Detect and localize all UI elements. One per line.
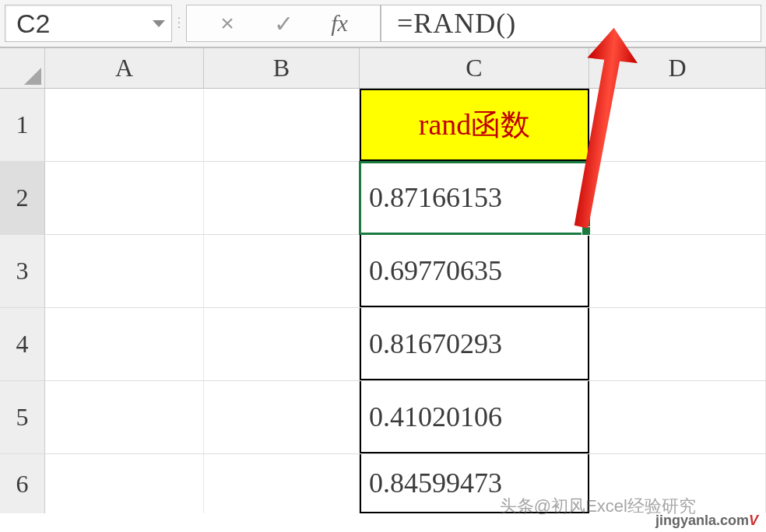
col-header-B[interactable]: B [204,48,360,88]
cell-B3[interactable] [204,235,360,307]
table-row: 2 0.87166153 [0,162,766,235]
cell-C4[interactable]: 0.81670293 [360,308,589,380]
row-header-4[interactable]: 4 [0,308,45,380]
chevron-down-icon[interactable] [153,20,165,27]
spreadsheet-grid: A B C D 1 rand函数 2 0.87166153 3 0.697706… [0,48,766,513]
row-header-1[interactable]: 1 [0,89,45,161]
cell-D1[interactable] [589,89,766,161]
confirm-button[interactable]: ✓ [258,6,308,40]
select-all-corner[interactable] [0,48,45,88]
x-icon: × [220,10,234,37]
cell-B6[interactable] [204,454,360,513]
cell-D3[interactable] [589,235,766,307]
col-header-D[interactable]: D [589,48,766,88]
name-box-value: C2 [16,9,50,39]
formula-text: =RAND() [397,7,516,40]
row-header-2[interactable]: 2 [0,162,45,234]
cell-B5[interactable] [204,381,360,453]
cell-A5[interactable] [45,381,204,453]
formula-bar: C2 ··· × ✓ fx =RAND() [0,0,766,48]
cell-A2[interactable] [45,162,204,234]
table-row: 5 0.41020106 [0,381,766,454]
cell-D2[interactable] [589,162,766,234]
watermark-site: jingyanla.comV [655,513,758,529]
table-row: 3 0.69770635 [0,235,766,308]
cell-A6[interactable] [45,454,204,513]
cell-A3[interactable] [45,235,204,307]
fx-icon: fx [331,10,348,37]
name-box[interactable]: C2 [5,5,172,42]
fx-button-group: × ✓ fx [186,5,381,42]
row-header-3[interactable]: 3 [0,235,45,307]
table-row: 1 rand函数 [0,89,766,162]
cell-C2[interactable]: 0.87166153 [360,162,589,234]
check-icon: ✓ [274,10,293,37]
col-header-C[interactable]: C [360,48,589,88]
cell-B2[interactable] [204,162,360,234]
cell-B4[interactable] [204,308,360,380]
formula-input[interactable]: =RAND() [381,5,761,42]
column-header-row: A B C D [0,48,766,89]
cell-C5[interactable]: 0.41020106 [360,381,589,453]
cell-D5[interactable] [589,381,766,453]
cancel-button[interactable]: × [202,6,252,40]
cell-D4[interactable] [589,308,766,380]
cell-A1[interactable] [45,89,204,161]
table-row: 4 0.81670293 [0,308,766,381]
col-header-A[interactable]: A [45,48,204,88]
cell-A4[interactable] [45,308,204,380]
row-header-6[interactable]: 6 [0,454,45,513]
cell-B1[interactable] [204,89,360,161]
fx-button[interactable]: fx [314,6,364,40]
divider-icon: ··· [172,0,186,47]
watermark-v-icon: V [749,513,758,528]
row-header-5[interactable]: 5 [0,381,45,453]
cell-C1[interactable]: rand函数 [360,89,589,161]
cell-C3[interactable]: 0.69770635 [360,235,589,307]
